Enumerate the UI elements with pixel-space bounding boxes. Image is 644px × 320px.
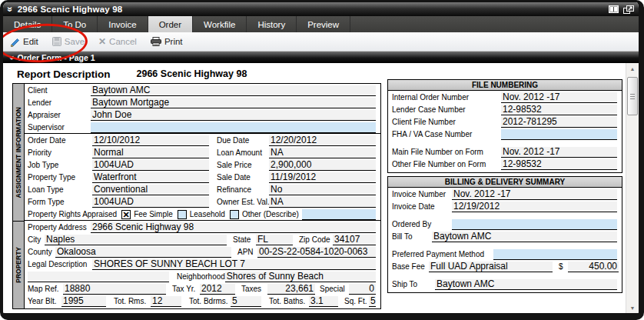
tot-bdrms-field[interactable]: 5	[231, 296, 261, 307]
preferred-payment-field[interactable]	[493, 249, 617, 260]
lender-field[interactable]: Baytown Mortgage	[91, 98, 376, 108]
property-type-field[interactable]: Waterfront	[92, 172, 209, 183]
legal-description-row: Legal Description SHORES OF SUNNY BEACH …	[25, 258, 380, 270]
base-fee-amount-field[interactable]: 450.00	[568, 262, 619, 272]
sale-date-field[interactable]: 11/19/2012	[269, 172, 376, 183]
property-address-field[interactable]: 2966 Scenic Highway 98	[91, 222, 376, 233]
sale-price-field[interactable]: 2,900,000	[269, 160, 376, 171]
client-label: Client	[28, 86, 91, 96]
order-date-field[interactable]: 12/10/2012	[92, 135, 209, 146]
job-type-field[interactable]: 1004UAD	[92, 160, 209, 171]
ship-to-field[interactable]: Baytown AMC	[435, 279, 617, 290]
legal-description-cont-field[interactable]	[28, 272, 169, 282]
internal-order-number-field[interactable]: Nov. 2012 -17	[501, 92, 617, 103]
assignment-info-section: Order Date 12/10/2012 Due Date 12/20/201…	[25, 133, 380, 220]
vertical-scrollbar[interactable]: ▲ ▼	[626, 63, 639, 313]
appraiser-field[interactable]: John Doe	[91, 110, 376, 121]
other-checkbox[interactable]	[230, 210, 239, 219]
apn-field[interactable]: 00-2S-22-0584-1020-0063	[257, 247, 376, 258]
county-field[interactable]: Okaloosa	[55, 247, 231, 258]
scroll-up-button[interactable]: ▲	[626, 63, 639, 74]
tab-preview[interactable]: Preview	[297, 16, 350, 32]
map-ref-label: Map Ref.	[28, 285, 63, 295]
supervisor-field[interactable]	[91, 122, 376, 133]
fha-va-case-number-field[interactable]	[501, 129, 617, 140]
special-field[interactable]: 0	[349, 284, 376, 295]
priority-label: Priority	[28, 148, 92, 158]
edit-button[interactable]: Edit	[6, 36, 41, 48]
other-file-number-field[interactable]: 12-98532	[501, 159, 617, 170]
sq-ft-label: Sq. Ft.	[344, 297, 369, 307]
property-address-row: Property Address 2966 Scenic Highway 98	[25, 221, 380, 233]
invoice-date-field[interactable]: 12/19/2012	[452, 202, 617, 212]
other-describe-field[interactable]	[302, 209, 376, 220]
cancel-button[interactable]: ✕ Cancel	[95, 35, 140, 48]
tax-yr-field[interactable]: 2012	[200, 284, 235, 295]
refinance-field[interactable]: No	[269, 185, 376, 195]
priority-field[interactable]: Normal	[92, 148, 209, 158]
save-button[interactable]: Save	[49, 36, 88, 47]
state-field[interactable]: FL	[256, 235, 293, 245]
tab-workfile[interactable]: Workfile	[193, 16, 247, 32]
city-field[interactable]: Naples	[45, 235, 227, 245]
zip-code-field[interactable]: 34107	[333, 235, 376, 245]
dock-panel-icon[interactable]	[609, 5, 619, 13]
tab-invoice[interactable]: Invoice	[98, 16, 148, 32]
form-type-field[interactable]: 1004UAD	[92, 197, 209, 208]
tot-rms-field[interactable]: 12	[151, 296, 181, 307]
legal-description-field[interactable]: SHORES OF SUNNY BEACH LOT 7	[92, 259, 376, 270]
client-field[interactable]: Baytown AMC	[91, 85, 376, 96]
year-blt-label: Year Blt.	[28, 297, 61, 307]
preferred-payment-label: Preferred Payment Method	[392, 250, 493, 260]
print-button[interactable]: Print	[148, 36, 186, 47]
print-button-label: Print	[164, 37, 183, 46]
other-label: Other (Describe)	[242, 210, 299, 220]
loan-type-field[interactable]: Conventional	[92, 185, 209, 195]
priority-row: Priority Normal Loan Amount NA	[25, 146, 380, 158]
year-blt-field[interactable]: 1995	[61, 296, 106, 307]
supervisor-label: Supervisor	[28, 123, 91, 133]
cancel-button-label: Cancel	[109, 37, 137, 46]
popout-icon[interactable]	[623, 5, 634, 14]
fee-simple-checkbox[interactable]: ✕	[121, 210, 131, 219]
invoice-number-row: Invoice Number Nov. 2012 -17	[388, 188, 622, 200]
invoice-number-label: Invoice Number	[392, 190, 452, 200]
ordered-by-field[interactable]	[452, 219, 617, 230]
client-file-number-field[interactable]: 2012-781295	[501, 117, 617, 128]
form-type-label: Form Type	[28, 198, 92, 208]
order-form-section-bar[interactable]: » Order Form - Page 1	[3, 52, 639, 63]
lender-case-number-row: Lender Case Number 12-98532	[388, 103, 622, 115]
property-type-row: Property Type Waterfront Sale Date 11/19…	[25, 171, 380, 183]
invoice-number-field[interactable]: Nov. 2012 -17	[452, 189, 617, 200]
bill-to-field[interactable]: Baytown AMC	[432, 232, 617, 242]
scrollbar-thumb[interactable]	[627, 77, 638, 115]
loan-amount-field[interactable]: NA	[269, 148, 376, 158]
fha-va-case-number-row: FHA / VA Case Number	[388, 128, 622, 140]
base-fee-field[interactable]: Full UAD Appraisal	[429, 262, 553, 272]
tab-order[interactable]: Order	[148, 16, 193, 32]
leasehold-checkbox[interactable]	[178, 210, 187, 219]
main-file-number-field[interactable]: Nov. 2012 -17	[501, 147, 617, 158]
neighborhood-field[interactable]: Shores of Sunny Beach	[225, 272, 376, 282]
form-type-row: Form Type 1004UAD Owner Est. Val. NA	[25, 195, 380, 208]
tab-details[interactable]: Details	[3, 16, 52, 32]
scroll-down-button[interactable]: ▼	[626, 302, 639, 313]
lender-case-number-field[interactable]: 12-98532	[501, 105, 617, 115]
map-tax-row: Map Ref. 18880 Tax Yr. 2012 Taxes 23,661…	[25, 282, 380, 295]
other-file-number-label: Other File Number on Form	[392, 160, 501, 170]
map-ref-field[interactable]: 18880	[63, 284, 166, 295]
section-collapse-chevron-icon[interactable]: »	[8, 55, 15, 60]
order-date-row: Order Date 12/10/2012 Due Date 12/20/201…	[25, 134, 380, 146]
tot-baths-field[interactable]: 3.1	[309, 296, 338, 307]
tab-history[interactable]: History	[247, 16, 297, 32]
fee-simple-label: Fee Simple	[134, 210, 173, 220]
save-button-label: Save	[65, 37, 85, 46]
invoice-date-label: Invoice Date	[392, 202, 452, 212]
special-label: Special	[320, 285, 349, 295]
sq-ft-field[interactable]: 5,168	[369, 296, 376, 307]
due-date-field[interactable]: 12/20/2012	[269, 135, 376, 146]
tab-todo[interactable]: To Do	[52, 16, 98, 32]
owner-est-val-field[interactable]: NA	[269, 197, 376, 208]
collapse-chevron-icon[interactable]: »	[6, 7, 14, 12]
taxes-field[interactable]: 23,661	[267, 284, 315, 295]
